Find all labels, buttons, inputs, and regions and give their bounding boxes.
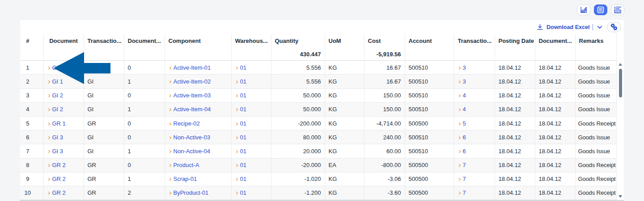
row-1: 1 GI 1 GI 0 Active-Item-01 01 5.556 KG 1… xyxy=(20,61,616,75)
table-settings[interactable] xyxy=(607,22,621,32)
document-flow-table: # Document Transactio... Document... Com… xyxy=(20,34,617,200)
view-switcher xyxy=(577,4,624,15)
scroll-up xyxy=(619,63,622,66)
download-excel[interactable]: Download Excel xyxy=(537,20,602,34)
chart-table-view-button[interactable] xyxy=(611,4,624,15)
table-panel: Download Excel xyxy=(20,20,624,201)
row-2: 2 GI 1 GI 1 Active-Item-02 01 5.556 KG 1… xyxy=(20,75,616,88)
row-5: 5 GR 1 GR 0 Recipe-02 01 -200.000 KG -4,… xyxy=(20,116,616,130)
table-toolbar: Download Excel xyxy=(20,20,624,34)
vertical-scrollbar xyxy=(616,61,624,201)
row-3: 3 GI 2 GI 0 Active-Item-03 01 50.000 KG … xyxy=(20,88,616,102)
row-4: 4 GI 2 GI 1 Active-Item-04 01 50.000 KG … xyxy=(20,102,616,116)
row-7: 7 GI 3 GI 1 Non-Active-04 01 20.000 KG 6… xyxy=(20,144,616,158)
totals-row: 430.447 -5,919.56 xyxy=(20,48,616,61)
chart-view-button[interactable] xyxy=(577,4,590,15)
table-view-button[interactable] xyxy=(594,4,607,15)
scroll-thumb xyxy=(619,69,622,97)
row-10: 10 GR 2 GR 2 ByProduct-01 01 -1.200 KG -… xyxy=(20,186,616,200)
header-row: # Document Transactio... Document... Com… xyxy=(20,34,616,48)
scroll-down xyxy=(619,195,622,198)
document-flow-page: Download Excel xyxy=(0,0,644,201)
row-6: 6 GI 3 GI 0 Non-Active-03 01 80.000 KG 2… xyxy=(20,130,616,144)
row-9: 9 GR 2 GR 1 Scrap-01 01 -1.020 KG -3.06 … xyxy=(20,172,616,186)
table-bottom-border xyxy=(20,200,624,201)
row-8: 8 GR 2 GR 0 Product-A 01 -20.000 EA -800… xyxy=(20,158,616,172)
